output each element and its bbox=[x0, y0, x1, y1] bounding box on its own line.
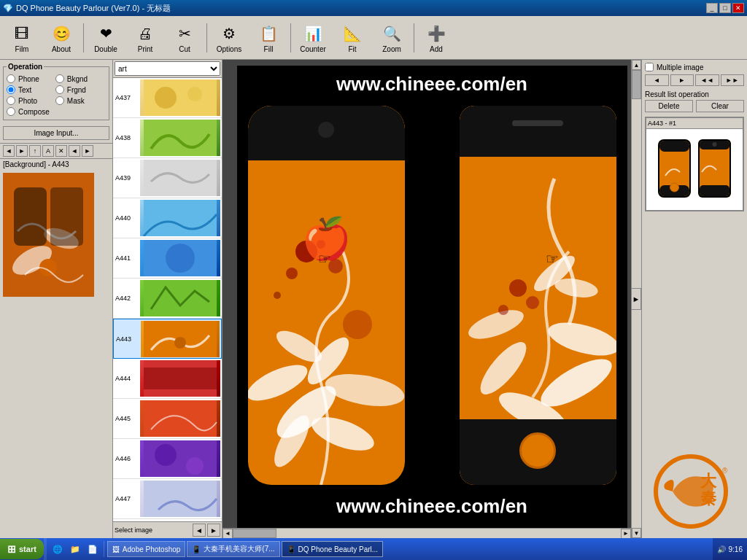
tool-double[interactable]: ❤ Double bbox=[87, 18, 125, 58]
tb2-btn-6[interactable]: ◄ bbox=[69, 145, 80, 157]
list-item[interactable]: A439 bbox=[113, 158, 222, 198]
right-panel: Multiple image ◄ ► ◄◄ ►► Result list ope… bbox=[641, 60, 747, 538]
list-item[interactable]: A437 bbox=[113, 78, 222, 118]
maximize-btn[interactable]: □ bbox=[719, 3, 731, 13]
canvas-area[interactable]: ► www.chineee.com/en bbox=[222, 60, 641, 538]
delete-button[interactable]: Delete bbox=[645, 100, 693, 112]
list-nav-prev[interactable]: ◄ bbox=[193, 524, 206, 537]
horizontal-scrollbar[interactable]: ◄ ► bbox=[222, 528, 631, 538]
bkgnd-radio[interactable] bbox=[7, 85, 15, 94]
scroll-up-btn[interactable]: ▲ bbox=[632, 60, 641, 70]
list-item[interactable]: A445 bbox=[113, 399, 222, 439]
nav-prev-btn[interactable]: ◄ bbox=[645, 74, 669, 86]
taskbar-item-daqin[interactable]: 📱 大秦手机美容大师(7... bbox=[187, 541, 279, 557]
item-thumbnail bbox=[140, 481, 220, 517]
tool-fill[interactable]: 📋 Fill bbox=[249, 18, 287, 58]
print-icon: 🖨 bbox=[133, 22, 157, 45]
scroll-left-btn[interactable]: ◄ bbox=[222, 529, 233, 539]
svg-rect-57 bbox=[700, 185, 729, 196]
list-item[interactable]: A440 bbox=[113, 198, 222, 238]
app-title: 💎 DQ Phone Beauty Parlour (Ver7.0) - 无标题 bbox=[3, 3, 171, 14]
multiple-image-checkbox[interactable] bbox=[645, 63, 654, 71]
about-icon: 😊 bbox=[50, 22, 73, 45]
windows-icon: ⊞ bbox=[7, 543, 16, 555]
fill-label: Fill bbox=[264, 45, 274, 53]
result-list-label: Result list operation bbox=[645, 90, 744, 98]
scroll-right-btn[interactable]: ► bbox=[621, 529, 631, 539]
tb2-btn-2[interactable]: ► bbox=[16, 145, 28, 157]
item-label: A438 bbox=[113, 134, 139, 141]
nav-last-btn[interactable]: ►► bbox=[721, 74, 745, 86]
svg-point-17 bbox=[174, 337, 186, 349]
start-button[interactable]: ⊞ start bbox=[0, 539, 44, 559]
tb2-btn-4[interactable]: A bbox=[42, 145, 54, 157]
multiple-image-row: Multiple image bbox=[645, 63, 744, 71]
item-thumbnail bbox=[140, 240, 220, 276]
photoshop-label: Adobe Photoshop bbox=[123, 545, 181, 553]
tool-film[interactable]: 🎞 Film bbox=[3, 18, 41, 58]
window-controls[interactable]: _ □ ✕ bbox=[706, 3, 744, 13]
tool-cut[interactable]: ✂ Cut bbox=[166, 18, 204, 58]
tool-add[interactable]: ➕ Add bbox=[417, 18, 455, 58]
daqin-label: 大秦手机美容大师(7... bbox=[204, 544, 274, 554]
tb2-btn-3[interactable]: ↑ bbox=[29, 145, 41, 157]
tb2-btn-7[interactable]: ► bbox=[82, 145, 93, 157]
list-item[interactable]: A438 bbox=[113, 118, 222, 158]
phone-radio[interactable] bbox=[7, 74, 15, 83]
list-nav-next[interactable]: ► bbox=[207, 524, 220, 537]
nav-next-btn[interactable]: ► bbox=[670, 74, 694, 86]
nav-first-btn[interactable]: ◄◄ bbox=[695, 74, 719, 86]
tb2-btn-5[interactable]: ✕ bbox=[55, 145, 67, 157]
radio-text-row: Bkgnd bbox=[55, 74, 88, 83]
tool-about[interactable]: 😊 About bbox=[42, 18, 80, 58]
clear-button[interactable]: Clear bbox=[696, 100, 744, 112]
svg-point-45 bbox=[509, 279, 527, 297]
taskbar-item-photoshop[interactable]: 🖼 Adobe Photoshop bbox=[107, 541, 186, 557]
quicklaunch-explorer[interactable]: 📁 bbox=[67, 541, 83, 557]
quicklaunch-3[interactable]: 📄 bbox=[85, 541, 101, 557]
quicklaunch-ie[interactable]: 🌐 bbox=[50, 541, 66, 557]
scroll-down-btn[interactable]: ▼ bbox=[632, 528, 641, 538]
item-label: A441 bbox=[113, 254, 139, 262]
result-preview-image bbox=[646, 129, 743, 208]
list-panel: art A437 A438 A439 bbox=[113, 60, 222, 538]
tool-fit[interactable]: 📐 Fit bbox=[333, 18, 371, 58]
taskbar-item-dq-beauty[interactable]: 📱 DQ Phone Beauty Parl... bbox=[282, 541, 384, 557]
frgnd-radio[interactable] bbox=[55, 85, 64, 94]
photo-radio[interactable] bbox=[7, 96, 15, 105]
result-preview-panel: A443 - #1 bbox=[645, 117, 744, 211]
close-btn[interactable]: ✕ bbox=[732, 3, 744, 13]
tool-print[interactable]: 🖨 Print bbox=[126, 18, 164, 58]
canvas-image-area: www.chineee.com/en 🍎 bbox=[222, 60, 641, 538]
mask-radio[interactable] bbox=[55, 96, 64, 105]
svg-rect-50 bbox=[659, 141, 689, 152]
item-label: A446 bbox=[113, 455, 139, 462]
list-item[interactable]: A446 bbox=[113, 439, 222, 479]
title-text: DQ Phone Beauty Parlour (Ver7.0) - 无标题 bbox=[16, 3, 171, 14]
network-icon: 🔊 bbox=[717, 545, 726, 553]
tool-options[interactable]: ⚙ Options bbox=[210, 18, 248, 58]
item-thumbnail bbox=[140, 120, 220, 156]
mask-radio-label: Mask bbox=[67, 97, 85, 105]
svg-text:秦: 秦 bbox=[700, 489, 717, 508]
taskbar-items: 🖼 Adobe Photoshop 📱 大秦手机美容大师(7... 📱 DQ P… bbox=[104, 541, 713, 557]
image-input-button[interactable]: Image Input... bbox=[3, 126, 109, 140]
list-item-selected[interactable]: A443 bbox=[113, 319, 222, 359]
category-select[interactable]: art bbox=[115, 61, 220, 76]
svg-text:大: 大 bbox=[700, 472, 717, 490]
tool-counter[interactable]: 📊 Counter bbox=[294, 18, 332, 58]
scroll-right[interactable]: ► bbox=[631, 288, 641, 310]
svg-rect-12 bbox=[144, 200, 217, 236]
item-label: A442 bbox=[113, 295, 139, 302]
svg-point-8 bbox=[155, 87, 177, 109]
tool-zoom[interactable]: 🔍 Zoom bbox=[373, 18, 411, 58]
list-item[interactable]: A441 bbox=[113, 238, 222, 279]
compose-radio[interactable] bbox=[7, 107, 15, 116]
list-item[interactable]: A442 bbox=[113, 279, 222, 319]
minimize-btn[interactable]: _ bbox=[706, 3, 718, 13]
text-radio[interactable] bbox=[55, 74, 64, 83]
thumbnail-list[interactable]: A437 A438 A439 A440 bbox=[113, 78, 222, 521]
list-item[interactable]: A444 bbox=[113, 359, 222, 399]
tb2-btn-1[interactable]: ◄ bbox=[3, 145, 15, 157]
list-item[interactable]: A447 bbox=[113, 479, 222, 519]
